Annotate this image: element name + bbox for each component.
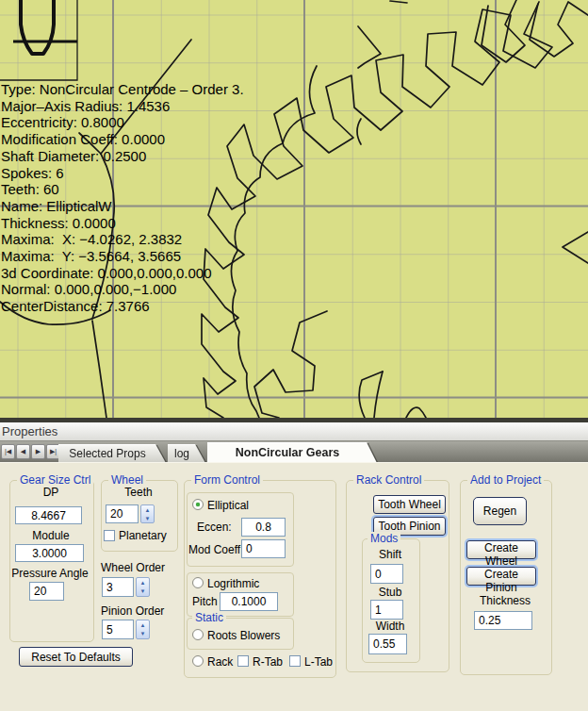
eccen-input[interactable] bbox=[241, 518, 286, 537]
create-wheel-button[interactable]: Create Wheel bbox=[466, 540, 536, 559]
dp-input[interactable] bbox=[15, 506, 82, 524]
pinion-order-spinner[interactable]: ▲▼ bbox=[136, 620, 150, 639]
gear-info-line: Modification Coeff: 0.0000 bbox=[1, 131, 244, 148]
gear-info-line: Maxima: X: −4.0262, 2.3832 bbox=[1, 231, 244, 248]
shift-input[interactable] bbox=[370, 564, 403, 584]
mod-coeff-label: Mod Coeff bbox=[188, 543, 240, 556]
thickness-input[interactable] bbox=[474, 611, 532, 630]
elliptical-radio[interactable] bbox=[192, 499, 204, 510]
pinion-order-label: Pinion Order bbox=[101, 604, 164, 618]
roots-blowers-label: Roots Blowers bbox=[207, 629, 280, 642]
pressure-angle-input[interactable] bbox=[29, 582, 64, 601]
pitch-label: Pitch bbox=[192, 595, 218, 608]
r-tab-checkbox[interactable] bbox=[237, 655, 249, 667]
wheel-title: Wheel bbox=[108, 473, 146, 487]
tab-strip: |◀ ◀ ▶ ▶| Selected Props log NonCircular… bbox=[0, 440, 588, 462]
spin-down-icon[interactable]: ▼ bbox=[137, 587, 149, 597]
tab-selected-props[interactable]: Selected Props bbox=[58, 444, 166, 463]
controls-panel: Gear Size Ctrl DP Module Pressure Angle … bbox=[0, 462, 588, 711]
gear-info-line: Type: NonCircular Centrode – Order 3. bbox=[1, 81, 244, 98]
pinion-order-input[interactable] bbox=[102, 620, 134, 639]
pitch-input[interactable] bbox=[220, 592, 278, 611]
eccen-label: Eccen: bbox=[197, 521, 232, 534]
gear-info-line: Teeth: 60 bbox=[1, 181, 244, 198]
gear-info-line: 3d Coordinate: 0.000,0.000,0.000 bbox=[1, 265, 244, 282]
static-title: Static bbox=[192, 611, 226, 624]
wheel-order-label: Wheel Order bbox=[101, 561, 165, 574]
reset-to-defaults-button[interactable]: Reset To Defaults bbox=[19, 647, 133, 667]
regen-button[interactable]: Regen bbox=[473, 497, 527, 525]
tab-nav-first-icon[interactable]: |◀ bbox=[1, 444, 15, 459]
rack-label: Rack bbox=[207, 655, 233, 669]
gear-info-line: Thickness: 0.0000 bbox=[1, 215, 244, 232]
gear-info-line: Name: EllipticalW bbox=[1, 198, 244, 215]
pressure-angle-label: Pressure Angle bbox=[5, 567, 95, 580]
gear-info-text: Type: NonCircular Centrode – Order 3.Maj… bbox=[1, 81, 244, 315]
rack-control-title: Rack Control bbox=[353, 473, 424, 487]
form-control-title: Form Control bbox=[191, 473, 263, 487]
width-input[interactable] bbox=[368, 634, 407, 654]
stub-label: Stub bbox=[362, 586, 418, 599]
elliptical-label: Elliptical bbox=[207, 499, 249, 512]
tab-nav-prev-icon[interactable]: ◀ bbox=[16, 444, 30, 459]
gear-app-window: Type: NonCircular Centrode – Order 3.Maj… bbox=[0, 0, 588, 711]
tooth-wheel-button[interactable]: Tooth Wheel bbox=[373, 495, 446, 514]
wheel-order-input[interactable] bbox=[102, 577, 134, 597]
spin-down-icon[interactable]: ▼ bbox=[141, 514, 154, 522]
logrithmic-radio[interactable] bbox=[192, 577, 204, 588]
module-input[interactable] bbox=[15, 544, 84, 562]
mods-title: Mods bbox=[368, 532, 400, 545]
create-pinion-button[interactable]: Create Pinion bbox=[466, 567, 536, 586]
mod-coeff-input[interactable] bbox=[241, 539, 286, 558]
add-to-project-title: Add to Project bbox=[467, 473, 544, 487]
gear-info-line: Spokes: 6 bbox=[1, 165, 244, 182]
gear-info-line: Major–Axis Radius: 1.4536 bbox=[1, 98, 244, 115]
module-label: Module bbox=[9, 529, 92, 542]
planetary-label: Planetary bbox=[119, 529, 167, 542]
width-label: Width bbox=[362, 620, 418, 633]
stub-input[interactable] bbox=[370, 600, 403, 620]
gear-info-line: Normal: 0.000,0.000,−1.000 bbox=[1, 281, 244, 298]
teeth-spinner[interactable]: ▲▼ bbox=[140, 504, 155, 523]
thickness-label: Thickness bbox=[460, 594, 550, 607]
tab-log[interactable]: log bbox=[168, 444, 205, 463]
gear-size-ctrl-title: Gear Size Ctrl bbox=[17, 473, 93, 487]
properties-header: Properties bbox=[0, 422, 588, 440]
spin-up-icon[interactable]: ▲ bbox=[141, 505, 154, 514]
gear-info-line: Maxima: Y: −3.5664, 3.5665 bbox=[1, 248, 244, 265]
shift-label: Shift bbox=[362, 548, 418, 561]
spin-down-icon[interactable]: ▼ bbox=[137, 630, 149, 639]
wheel-order-spinner[interactable]: ▲▼ bbox=[136, 577, 150, 597]
properties-title: Properties bbox=[2, 424, 57, 438]
planetary-checkbox[interactable] bbox=[104, 530, 115, 541]
spin-up-icon[interactable]: ▲ bbox=[137, 578, 149, 587]
spin-up-icon[interactable]: ▲ bbox=[137, 620, 149, 630]
l-tab-label: L-Tab bbox=[304, 655, 333, 669]
teeth-input[interactable] bbox=[106, 504, 139, 523]
drawing-canvas[interactable]: Type: NonCircular Centrode – Order 3.Maj… bbox=[0, 0, 588, 418]
tab-noncircular-gears[interactable]: NonCircular Gears bbox=[207, 442, 377, 463]
gear-info-line: Eccentricity: 0.8000 bbox=[1, 114, 244, 131]
gear-info-line: Shaft Diameter: 0.2500 bbox=[1, 148, 244, 165]
rack-radio[interactable] bbox=[192, 655, 204, 667]
roots-blowers-radio[interactable] bbox=[192, 629, 204, 640]
gear-info-line: CenterDistance: 7.3766 bbox=[1, 298, 244, 315]
logrithmic-label: Logrithmic bbox=[207, 577, 259, 590]
r-tab-label: R-Tab bbox=[253, 655, 283, 669]
tab-nav-next-icon[interactable]: ▶ bbox=[31, 444, 45, 459]
l-tab-checkbox[interactable] bbox=[289, 655, 301, 667]
teeth-label: Teeth bbox=[101, 486, 176, 499]
dp-label: DP bbox=[9, 486, 92, 499]
